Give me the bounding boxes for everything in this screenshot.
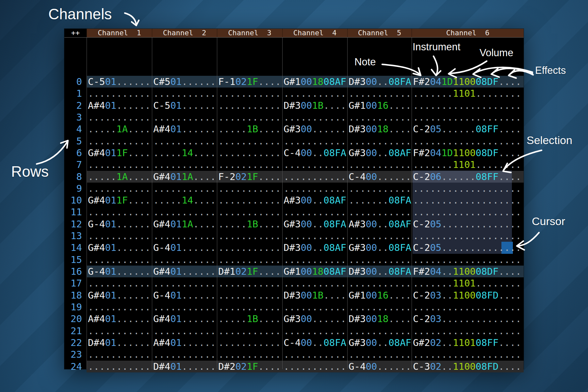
pattern-cell-ch1-row5[interactable]: ........... (87, 135, 152, 147)
pattern-cell-ch1-row20[interactable]: A#401...... (87, 313, 152, 325)
pattern-cell-ch3-row0[interactable]: F-1021F.... (217, 76, 282, 88)
pattern-cell-ch5-row4[interactable]: D#30018.... (347, 123, 412, 135)
pattern-cell-ch1-row14[interactable]: G#401...... (87, 242, 152, 253)
pattern-cell-ch3-row14[interactable]: ........... (217, 242, 282, 253)
pattern-cell-ch4-row15[interactable]: ........... (282, 254, 347, 266)
pattern-cell-ch3-row10[interactable]: ........... (217, 194, 282, 206)
pattern-cell-ch5-row3[interactable]: ........... (347, 111, 412, 123)
pattern-cell-ch3-row16[interactable]: D#1021F.... (217, 266, 282, 277)
pattern-cell-ch2-row17[interactable]: ........... (152, 277, 217, 289)
pattern-cell-ch6-row6[interactable]: F#2041D110008DF.... (412, 147, 524, 159)
pattern-cell-ch2-row16[interactable]: G#401...... (152, 266, 217, 277)
pattern-cell-ch3-row21[interactable]: ........... (217, 325, 282, 337)
pattern-cell-ch6-row23[interactable]: ................... (412, 349, 524, 360)
pattern-cell-ch6-row10[interactable]: ................... (412, 194, 524, 206)
pattern-cell-ch2-row23[interactable]: ........... (152, 349, 217, 360)
pattern-cell-ch5-row2[interactable]: G#10016.... (347, 100, 412, 111)
pattern-cell-ch5-row0[interactable]: D#300..08FA (347, 76, 412, 88)
pattern-cell-ch3-row15[interactable]: ........... (217, 254, 282, 266)
pattern-cell-ch1-row0[interactable]: C-501...... (87, 76, 152, 88)
pattern-cell-ch5-row20[interactable]: D#30018.... (347, 313, 412, 325)
pattern-cell-ch3-row2[interactable]: ........... (217, 100, 282, 111)
pattern-cell-ch2-row15[interactable]: ........... (152, 254, 217, 266)
pattern-cell-ch3-row6[interactable]: ........... (217, 147, 282, 159)
pattern-cell-ch2-row9[interactable]: ........... (152, 183, 217, 194)
pattern-cell-ch2-row20[interactable]: G#401...... (152, 313, 217, 325)
pattern-cell-ch1-row10[interactable]: G#4011F.... (87, 194, 152, 206)
pattern-cell-ch5-row7[interactable]: ........... (347, 159, 412, 171)
pattern-cell-ch3-row1[interactable]: ........... (217, 88, 282, 99)
pattern-cell-ch5-row1[interactable]: ........... (347, 88, 412, 99)
pattern-cell-ch4-row1[interactable]: ........... (282, 88, 347, 99)
pattern-cell-ch3-row17[interactable]: ........... (217, 277, 282, 289)
channel-header-5[interactable]: Channel 5 (347, 29, 412, 37)
pattern-cell-ch2-row5[interactable]: ........... (152, 135, 217, 147)
pattern-cell-ch4-row19[interactable]: ........... (282, 301, 347, 313)
pattern-cell-ch5-row16[interactable]: D#300..08FA (347, 266, 412, 277)
pattern-cell-ch5-row21[interactable]: ........... (347, 325, 412, 337)
pattern-cell-ch3-row13[interactable]: ........... (217, 230, 282, 242)
pattern-cell-ch4-row5[interactable]: ........... (282, 135, 347, 147)
pattern-cell-ch6-row3[interactable]: ................... (412, 111, 524, 123)
pattern-cell-ch1-row4[interactable]: .....1A.... (87, 123, 152, 135)
add-channel-button[interactable]: ++ (64, 29, 87, 37)
channel-header-6[interactable]: Channel 6 (412, 29, 524, 37)
pattern-cell-ch2-row13[interactable]: ........... (152, 230, 217, 242)
pattern-cell-ch3-row24[interactable]: D#2021F.... (217, 361, 282, 372)
pattern-cell-ch3-row19[interactable]: ........... (217, 301, 282, 313)
channel-header-1[interactable]: Channel 1 (87, 29, 152, 37)
pattern-cell-ch4-row14[interactable]: D#300..08AF (282, 242, 347, 253)
pattern-cell-ch2-row0[interactable]: C#501...... (152, 76, 217, 88)
pattern-cell-ch1-row2[interactable]: A#401...... (87, 100, 152, 111)
pattern-cell-ch3-row8[interactable]: F-2021F.... (217, 171, 282, 183)
pattern-cell-ch5-row23[interactable]: ........... (347, 349, 412, 360)
pattern-cell-ch4-row13[interactable]: ........... (282, 230, 347, 242)
pattern-cell-ch1-row9[interactable]: ........... (87, 183, 152, 194)
pattern-cell-ch5-row13[interactable]: ........... (347, 230, 412, 242)
pattern-cell-ch2-row2[interactable]: C-501...... (152, 100, 217, 111)
channel-header-3[interactable]: Channel 3 (217, 29, 282, 37)
pattern-cell-ch5-row22[interactable]: G#300..08AF (347, 337, 412, 349)
pattern-cell-ch5-row10[interactable]: .......08FA (347, 194, 412, 206)
pattern-cell-ch4-row3[interactable]: ........... (282, 111, 347, 123)
pattern-cell-ch3-row18[interactable]: ........... (217, 289, 282, 301)
pattern-cell-ch6-row1[interactable]: .......1101........ (412, 88, 524, 99)
pattern-cell-ch5-row6[interactable]: G#300..08AF (347, 147, 412, 159)
pattern-cell-ch2-row14[interactable]: G-401...... (152, 242, 217, 253)
pattern-cell-ch4-row23[interactable]: ........... (282, 349, 347, 360)
pattern-cell-ch4-row2[interactable]: D#3001B.... (282, 100, 347, 111)
pattern-cell-ch1-row18[interactable]: G#401...... (87, 289, 152, 301)
channel-header-2[interactable]: Channel 2 (152, 29, 217, 37)
pattern-cell-ch4-row22[interactable]: C-400..08FA (282, 337, 347, 349)
pattern-cell-ch1-row22[interactable]: D#401...... (87, 337, 152, 349)
pattern-cell-ch3-row3[interactable]: ........... (217, 111, 282, 123)
pattern-cell-ch2-row7[interactable]: ........... (152, 159, 217, 171)
pattern-cell-ch2-row10[interactable]: .....14.... (152, 194, 217, 206)
pattern-cell-ch5-row9[interactable]: ........... (347, 183, 412, 194)
pattern-cell-ch6-row12[interactable]: C-205.............. (412, 218, 524, 230)
pattern-cell-ch6-row20[interactable]: C-203.............. (412, 313, 524, 325)
pattern-cell-ch6-row9[interactable]: ................... (412, 183, 524, 194)
pattern-cell-ch2-row6[interactable]: .....14.... (152, 147, 217, 159)
pattern-cell-ch2-row19[interactable]: ........... (152, 301, 217, 313)
pattern-cell-ch3-row20[interactable]: .....1B.... (217, 313, 282, 325)
pattern-cell-ch1-row6[interactable]: G#4011F.... (87, 147, 152, 159)
pattern-cell-ch1-row13[interactable]: ........... (87, 230, 152, 242)
pattern-cell-ch6-row24[interactable]: C-302..110008FD.... (412, 361, 524, 372)
pattern-cell-ch5-row17[interactable]: ........... (347, 277, 412, 289)
pattern-cell-ch6-row0[interactable]: F#2041D110008DF.... (412, 76, 524, 88)
pattern-cell-ch5-row14[interactable]: G#300..08FA (347, 242, 412, 253)
pattern-cell-ch3-row22[interactable]: ........... (217, 337, 282, 349)
pattern-cell-ch5-row5[interactable]: ........... (347, 135, 412, 147)
pattern-cell-ch6-row16[interactable]: F#204..110008DF.... (412, 266, 524, 277)
pattern-cell-ch6-row17[interactable]: .......1101........ (412, 277, 524, 289)
pattern-cell-ch5-row19[interactable]: ........... (347, 301, 412, 313)
pattern-cell-ch1-row17[interactable]: ........... (87, 277, 152, 289)
pattern-cell-ch4-row7[interactable]: ........... (282, 159, 347, 171)
pattern-cell-ch1-row19[interactable]: ........... (87, 301, 152, 313)
pattern-cell-ch2-row21[interactable]: ........... (152, 325, 217, 337)
pattern-cell-ch2-row12[interactable]: G#4011A.... (152, 218, 217, 230)
pattern-cell-ch5-row18[interactable]: G#10016.... (347, 289, 412, 301)
pattern-cell-ch5-row24[interactable]: G-400...... (347, 361, 412, 372)
pattern-cell-ch3-row12[interactable]: .....1B.... (217, 218, 282, 230)
